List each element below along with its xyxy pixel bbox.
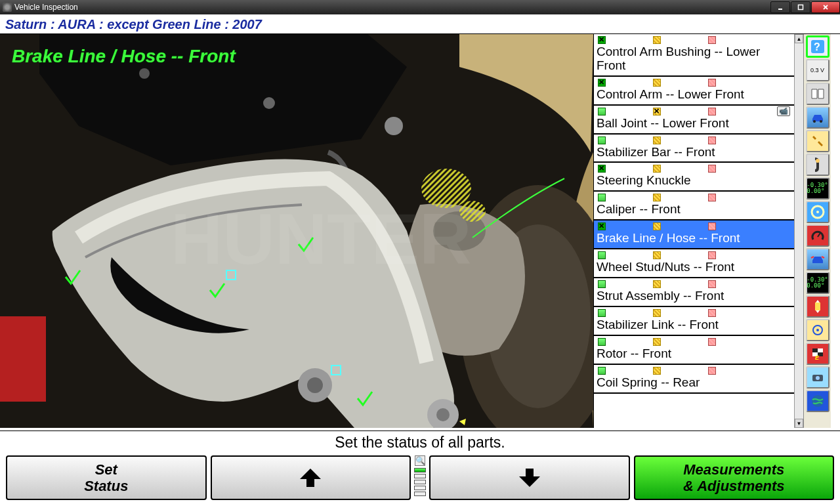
status-red-box[interactable] bbox=[708, 280, 716, 288]
alignment-button[interactable] bbox=[806, 248, 830, 270]
part-item[interactable]: Control Arm -- Lower Front bbox=[594, 77, 794, 106]
status-yellow-box[interactable] bbox=[653, 338, 661, 346]
seatbelt-button[interactable] bbox=[806, 154, 830, 176]
parts-column: Control Arm Bushing -- Lower FrontContro… bbox=[593, 34, 803, 428]
mini-status-3[interactable] bbox=[414, 480, 426, 484]
status-green-box[interactable] bbox=[598, 280, 606, 288]
svg-point-13 bbox=[436, 408, 450, 421]
zoom-icon[interactable]: 🔍 bbox=[415, 455, 425, 466]
video-icon[interactable]: 📹 bbox=[777, 106, 790, 116]
part-item[interactable]: Stabilizer Bar -- Front bbox=[594, 135, 794, 163]
gauge-button[interactable] bbox=[806, 224, 830, 247]
status-yellow-box[interactable] bbox=[653, 194, 661, 201]
status-green-box[interactable] bbox=[598, 36, 606, 44]
status-green-box[interactable] bbox=[598, 165, 606, 173]
reading-display-1[interactable]: -0.30° 0.00° bbox=[806, 177, 830, 200]
set-status-button[interactable]: Set Status bbox=[6, 455, 207, 500]
voltage-button[interactable]: 0.3 V bbox=[806, 59, 830, 81]
status-yellow-box[interactable] bbox=[653, 108, 661, 116]
status-green-box[interactable] bbox=[598, 222, 606, 230]
vehicle-button[interactable] bbox=[806, 106, 830, 129]
inspection-photo[interactable]: HUNTER Brake Line / Hose -- Front bbox=[0, 34, 593, 428]
scroll-up-button[interactable]: ▲ bbox=[795, 34, 803, 43]
lift-button[interactable] bbox=[806, 295, 830, 318]
part-item[interactable]: Wheel Stud/Nuts -- Front bbox=[594, 249, 794, 278]
status-green-box[interactable] bbox=[598, 309, 606, 317]
svg-point-24 bbox=[813, 120, 816, 123]
mini-status-4[interactable] bbox=[414, 486, 426, 490]
status-yellow-box[interactable] bbox=[653, 251, 661, 259]
parts-list[interactable]: Control Arm Bushing -- Lower FrontContro… bbox=[594, 34, 794, 428]
status-yellow-box[interactable] bbox=[653, 36, 661, 44]
status-yellow-box[interactable] bbox=[653, 280, 661, 288]
part-item[interactable]: Brake Line / Hose -- Front bbox=[594, 220, 794, 249]
part-label: Ball Joint -- Lower Front bbox=[597, 116, 791, 132]
status-text: Set the status of all parts. bbox=[0, 430, 840, 453]
svg-point-25 bbox=[820, 120, 822, 123]
part-label: Strut Assembly -- Front bbox=[597, 289, 791, 304]
maximize-button[interactable] bbox=[791, 1, 810, 13]
svg-rect-5 bbox=[0, 316, 46, 402]
svg-point-39 bbox=[812, 395, 824, 407]
part-item[interactable]: Steering Knuckle bbox=[594, 163, 794, 192]
status-red-box[interactable] bbox=[708, 108, 716, 116]
mini-status-1[interactable] bbox=[414, 468, 426, 472]
status-green-box[interactable] bbox=[598, 338, 606, 346]
part-item[interactable]: Control Arm Bushing -- Lower Front bbox=[594, 34, 794, 77]
part-item[interactable]: Strut Assembly -- Front bbox=[594, 278, 794, 307]
status-red-box[interactable] bbox=[708, 222, 716, 230]
status-red-box[interactable] bbox=[708, 136, 716, 144]
part-item[interactable]: Stabilizer Link -- Front bbox=[594, 307, 794, 336]
reading-display-2[interactable]: -0.30° 0.00° bbox=[806, 272, 830, 294]
close-button[interactable] bbox=[811, 1, 840, 13]
globe-button[interactable] bbox=[806, 390, 830, 412]
part-item[interactable]: Coil Spring -- Rear bbox=[594, 365, 794, 394]
status-yellow-box[interactable] bbox=[653, 165, 661, 173]
flag-button[interactable]: E bbox=[806, 343, 830, 365]
status-green-box[interactable] bbox=[598, 367, 606, 375]
status-red-box[interactable] bbox=[708, 79, 716, 87]
minimize-button[interactable] bbox=[770, 1, 790, 13]
status-yellow-box[interactable] bbox=[653, 367, 661, 375]
bottom-button-bar: Set Status 🔍 Measurements & Adjustments bbox=[0, 453, 840, 504]
status-green-box[interactable] bbox=[598, 194, 606, 201]
mini-status-5[interactable] bbox=[414, 492, 426, 496]
svg-rect-1 bbox=[799, 5, 803, 10]
part-item[interactable]: Rotor -- Front bbox=[594, 336, 794, 365]
status-yellow-box[interactable] bbox=[653, 79, 661, 87]
status-green-box[interactable] bbox=[598, 79, 606, 87]
scroll-down-button[interactable]: ▼ bbox=[795, 419, 803, 428]
nav-up-button[interactable] bbox=[211, 455, 411, 500]
part-item[interactable]: Ball Joint -- Lower Front📹 bbox=[594, 106, 794, 135]
status-red-box[interactable] bbox=[708, 165, 716, 173]
photo-part-label: Brake Line / Hose -- Front bbox=[12, 46, 236, 67]
status-yellow-box[interactable] bbox=[653, 222, 661, 230]
part-item[interactable]: Caliper -- Front bbox=[594, 192, 794, 220]
part-label: Coil Spring -- Rear bbox=[597, 375, 791, 391]
tools-button[interactable] bbox=[806, 130, 830, 152]
target-button[interactable] bbox=[806, 319, 830, 341]
scroll-track[interactable] bbox=[795, 43, 803, 419]
status-green-box[interactable] bbox=[598, 136, 606, 144]
part-label: Rotor -- Front bbox=[597, 346, 791, 362]
status-red-box[interactable] bbox=[708, 338, 716, 346]
status-yellow-box[interactable] bbox=[653, 309, 661, 317]
status-yellow-box[interactable] bbox=[653, 136, 661, 144]
status-red-box[interactable] bbox=[708, 309, 716, 317]
status-green-box[interactable] bbox=[598, 251, 606, 259]
status-green-box[interactable] bbox=[598, 108, 606, 116]
parts-scrollbar[interactable]: ▲ ▼ bbox=[794, 34, 803, 428]
help-button[interactable]: ? bbox=[806, 35, 830, 58]
steering-button[interactable] bbox=[806, 201, 830, 223]
svg-point-7 bbox=[263, 97, 275, 109]
status-red-box[interactable] bbox=[708, 194, 716, 201]
status-red-box[interactable] bbox=[708, 367, 716, 375]
nav-down-button[interactable] bbox=[429, 455, 630, 500]
part-label: Steering Knuckle bbox=[597, 173, 791, 189]
mini-status-2[interactable] bbox=[414, 474, 426, 478]
status-red-box[interactable] bbox=[708, 36, 716, 44]
measurements-button[interactable]: Measurements & Adjustments bbox=[634, 455, 835, 500]
status-red-box[interactable] bbox=[708, 251, 716, 259]
manual-button[interactable] bbox=[806, 83, 830, 105]
camera-button[interactable] bbox=[806, 366, 830, 388]
